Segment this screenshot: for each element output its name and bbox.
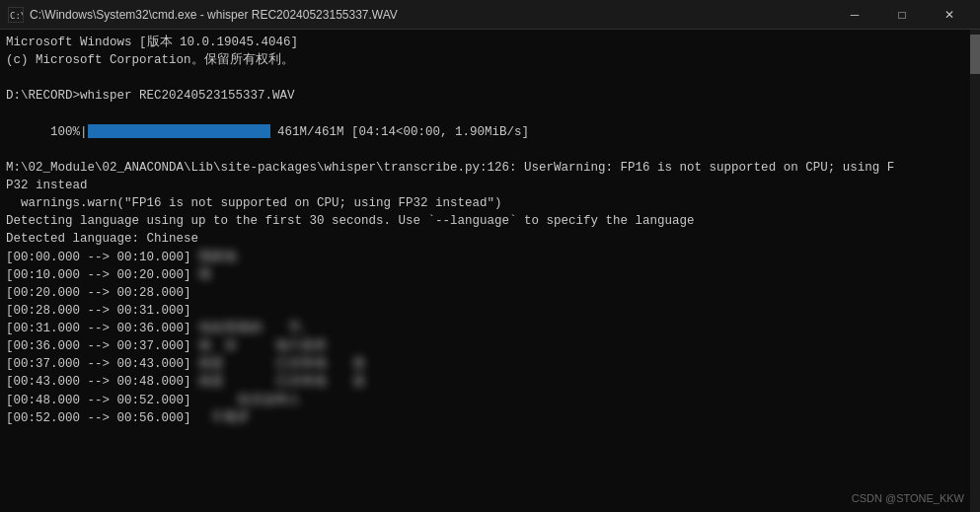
- window-controls: ─ □ ✕: [832, 0, 972, 30]
- maximize-button[interactable]: □: [879, 0, 925, 30]
- transcript-text: 也没这种人: [198, 392, 391, 409]
- transcript-text: 我: [198, 266, 391, 284]
- scrollbar[interactable]: [970, 30, 980, 512]
- close-button[interactable]: ✕: [927, 0, 972, 30]
- minimize-button[interactable]: ─: [832, 0, 877, 30]
- timestamp: [00:31.000 --> 00:36.000]: [6, 322, 198, 335]
- transcript-text: 不看罗: [198, 409, 391, 427]
- transcript-line: [00:20.000 --> 00:28.000]: [6, 284, 974, 302]
- console-body: Microsoft Windows [版本 10.0.19045.4046] (…: [0, 30, 980, 512]
- window-title: C:\Windows\System32\cmd.exe - whisper RE…: [30, 8, 832, 22]
- transcript-line: [00:36.000 --> 00:37.000] 他 涉 他只是把: [6, 337, 974, 355]
- progress-percent: 100%|: [50, 125, 88, 139]
- detected-language-line: Detected language: Chinese: [6, 230, 974, 248]
- timestamp: [00:43.000 --> 00:48.000]: [6, 375, 198, 389]
- transcript-line: [00:28.000 --> 00:31.000]: [6, 302, 974, 320]
- transcript-text: 就是 已没有他 选: [198, 355, 391, 373]
- console-line: warnings.warn("FP16 is not supported on …: [6, 194, 974, 212]
- transcript-line: [00:43.000 --> 00:48.000] 就是 已没有他 选: [6, 373, 974, 391]
- timestamp: [00:36.000 --> 00:37.000]: [6, 339, 198, 353]
- transcript-text: [198, 284, 391, 302]
- transcript-text: 我跟他: [198, 249, 391, 266]
- title-bar: C:\ C:\Windows\System32\cmd.exe - whispe…: [0, 0, 980, 30]
- console-line: M:\02_Module\02_ANACONDA\Lib\site-packag…: [6, 159, 974, 177]
- watermark: CSDN @STONE_KKW: [852, 492, 964, 504]
- progress-bar: [88, 124, 270, 138]
- transcript-text: 他 涉 他只是把: [198, 337, 391, 355]
- timestamp: [00:28.000 --> 00:31.000]: [6, 304, 198, 318]
- console-line: P32 instead: [6, 177, 974, 194]
- transcript-line: [00:52.000 --> 00:56.000] 不看罗: [6, 409, 974, 427]
- timestamp: [00:48.000 --> 00:52.000]: [6, 394, 198, 407]
- svg-text:C:\: C:\: [10, 11, 23, 21]
- transcript-line: [00:31.000 --> 00:36.000] 包括里面的 字。: [6, 320, 974, 337]
- scrollbar-thumb[interactable]: [970, 35, 980, 74]
- transcript-text: 就是 已没有他 选: [198, 373, 391, 391]
- timestamp: [00:52.000 --> 00:56.000]: [6, 411, 198, 425]
- cmd-window: C:\ C:\Windows\System32\cmd.exe - whispe…: [0, 0, 980, 512]
- transcript-line: [00:48.000 --> 00:52.000] 也没这种人: [6, 392, 974, 409]
- console-line: [6, 69, 974, 87]
- timestamp: [00:10.000 --> 00:20.000]: [6, 268, 198, 282]
- timestamp: [00:20.000 --> 00:28.000]: [6, 286, 198, 300]
- progress-stats: 461M/461M [04:14<00:00, 1.90MiB/s]: [270, 125, 530, 139]
- transcript-line: [00:00.000 --> 00:10.000] 我跟他: [6, 249, 974, 266]
- console-line: D:\RECORD>whisper REC20240523155337.WAV: [6, 87, 974, 105]
- cmd-icon: C:\: [8, 7, 24, 23]
- transcript-text: 包括里面的 字。: [198, 320, 391, 337]
- timestamp: [00:37.000 --> 00:43.000]: [6, 357, 198, 371]
- transcript-line: [00:37.000 --> 00:43.000] 就是 已没有他 选: [6, 355, 974, 373]
- transcript-text: [198, 302, 391, 320]
- timestamp: [00:00.000 --> 00:10.000]: [6, 251, 198, 264]
- console-line: Detecting language using up to the first…: [6, 212, 974, 230]
- transcript-line: [00:10.000 --> 00:20.000] 我: [6, 266, 974, 284]
- console-line: (c) Microsoft Corporation。保留所有权利。: [6, 51, 974, 69]
- progress-line: 100%| 461M/461M [04:14<00:00, 1.90MiB/s]: [6, 106, 974, 159]
- console-line: Microsoft Windows [版本 10.0.19045.4046]: [6, 34, 974, 51]
